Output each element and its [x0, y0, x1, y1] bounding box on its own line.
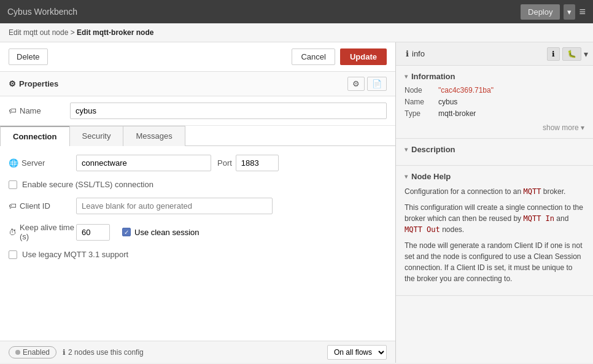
breadcrumb-separator: > — [71, 28, 75, 37]
app-title: Cybus Workbench — [7, 7, 77, 17]
node-help-para3: The node will generate a random Client I… — [405, 240, 584, 284]
nodes-info: ℹ 2 nodes use this config — [63, 348, 144, 357]
clean-session-label: Use clean session — [134, 228, 200, 237]
node-help-section-header[interactable]: ▾ Node Help — [405, 172, 584, 181]
properties-icons: ⚙ 📄 — [347, 77, 387, 91]
tab-messages[interactable]: Messages — [123, 126, 185, 146]
gear-icon: ⚙ — [9, 79, 16, 88]
collapse-icon: ▾ — [405, 73, 408, 80]
properties-doc-icon-button[interactable]: 📄 — [367, 77, 387, 91]
node-help-section: ▾ Node Help Configuration for a connecti… — [396, 166, 593, 296]
info-expand-button[interactable]: ▾ — [584, 47, 588, 61]
ssl-checkbox[interactable] — [9, 180, 17, 189]
info-type-row: Type mqtt-broker — [405, 109, 584, 118]
info-name-row: Name cybus — [405, 98, 584, 106]
topbar: Cybus Workbench Deploy ▾ ≡ — [0, 0, 593, 23]
deploy-arrow-button[interactable]: ▾ — [564, 4, 575, 20]
ssl-checkbox-row: Enable secure (SSL/TLS) connection — [9, 180, 387, 189]
properties-title: ⚙ Properties — [9, 79, 58, 88]
status-bar: Enabled ℹ 2 nodes use this config On all… — [0, 341, 395, 363]
legacy-checkbox-row: Use legacy MQTT 3.1 support — [9, 250, 387, 259]
topbar-right: Deploy ▾ ≡ — [521, 4, 586, 20]
node-help-para1: Configuration for a connection to an MQT… — [405, 186, 584, 197]
keepalive-label: ⏱ Keep alive time (s) — [9, 223, 76, 241]
ssl-label: Enable secure (SSL/TLS) connection — [22, 180, 153, 189]
legacy-checkbox[interactable] — [9, 250, 17, 259]
server-label: 🌐 Server — [9, 158, 76, 168]
name-field-row: 🏷 Name — [0, 96, 395, 126]
main-layout: Delete Cancel Update ⚙ Properties ⚙ 📄 🏷 … — [0, 42, 593, 363]
toolbar-left: Delete — [9, 48, 48, 65]
status-left: Enabled ℹ 2 nodes use this config — [9, 346, 144, 358]
client-id-label: 🏷 Client ID — [9, 201, 76, 211]
information-section-header[interactable]: ▾ Information — [405, 72, 584, 81]
info-tab-icons: ℹ 🐛 ▾ — [547, 47, 588, 61]
clean-session-row: ✓ Use clean session — [122, 228, 200, 237]
info-node-row: Node "cac4c369.71ba" — [405, 86, 584, 95]
information-section: ▾ Information Node "cac4c369.71ba" Name … — [396, 66, 593, 139]
flows-select[interactable]: On all flows — [327, 345, 387, 360]
delete-button[interactable]: Delete — [9, 48, 48, 65]
server-input[interactable] — [76, 155, 211, 171]
properties-header: ⚙ Properties ⚙ 📄 — [0, 72, 395, 96]
tag-icon: 🏷 — [9, 106, 17, 115]
toolbar-right: Cancel Update — [292, 48, 387, 65]
left-panel: Delete Cancel Update ⚙ Properties ⚙ 📄 🏷 … — [0, 42, 396, 363]
info-bug-button[interactable]: 🐛 — [562, 47, 581, 61]
cancel-button[interactable]: Cancel — [292, 48, 335, 65]
update-button[interactable]: Update — [340, 48, 387, 65]
node-help-para2: This configuration will create a single … — [405, 202, 584, 235]
description-section: ▾ Description — [396, 139, 593, 166]
info-tab: ℹ info — [401, 49, 430, 58]
properties-settings-icon-button[interactable]: ⚙ — [347, 77, 365, 91]
client-id-row: 🏷 Client ID — [9, 198, 387, 214]
info-tab-icon: ℹ — [406, 49, 409, 58]
clean-session-checkbox[interactable]: ✓ — [122, 228, 131, 236]
server-row: 🌐 Server Port — [9, 155, 387, 171]
show-more[interactable]: show more ▾ — [405, 121, 584, 132]
enabled-label: Enabled — [23, 348, 50, 357]
keepalive-row: ⏱ Keep alive time (s) ✓ Use clean sessio… — [9, 223, 387, 241]
tab-security[interactable]: Security — [69, 126, 124, 146]
clock-icon: ⏱ — [9, 228, 17, 237]
help-collapse-icon: ▾ — [405, 173, 408, 180]
desc-collapse-icon: ▾ — [405, 146, 408, 153]
port-label: Port — [217, 158, 232, 168]
breadcrumb-parent[interactable]: Edit mqtt out node — [9, 28, 68, 37]
breadcrumb: Edit mqtt out node > Edit mqtt-broker no… — [0, 23, 593, 42]
mqtt-out-highlight: MQTT Out — [405, 225, 440, 234]
port-input[interactable] — [236, 155, 279, 171]
globe-icon: 🌐 — [9, 158, 18, 168]
enabled-dot — [15, 350, 20, 355]
toolbar: Delete Cancel Update — [0, 42, 395, 72]
enabled-badge: Enabled — [9, 346, 56, 358]
description-section-header[interactable]: ▾ Description — [405, 145, 584, 154]
legacy-label: Use legacy MQTT 3.1 support — [22, 250, 128, 259]
tag-icon-2: 🏷 — [9, 201, 17, 211]
breadcrumb-current: Edit mqtt-broker node — [77, 28, 153, 37]
client-id-input[interactable] — [76, 198, 273, 214]
right-panel: ℹ info ℹ 🐛 ▾ ▾ Information Node "cac4c36… — [396, 42, 593, 363]
info-i-button[interactable]: ℹ — [547, 47, 560, 61]
hamburger-button[interactable]: ≡ — [579, 6, 586, 18]
name-input[interactable] — [70, 103, 387, 119]
info-tabs: ℹ info ℹ 🐛 ▾ — [396, 42, 593, 66]
mqtt-in-highlight: MQTT In — [523, 214, 554, 223]
tab-connection[interactable]: Connection — [0, 126, 70, 146]
tab-bar: Connection Security Messages — [0, 126, 395, 146]
tab-content-connection: 🌐 Server Port Enable secure (SSL/TLS) co… — [0, 146, 395, 341]
info-content: ▾ Information Node "cac4c369.71ba" Name … — [396, 66, 593, 363]
info-circle-icon: ℹ — [63, 348, 66, 357]
keepalive-input[interactable] — [76, 224, 110, 241]
mqtt-highlight: MQTT — [523, 187, 541, 196]
name-label: 🏷 Name — [9, 106, 70, 115]
deploy-button[interactable]: Deploy — [521, 4, 560, 20]
